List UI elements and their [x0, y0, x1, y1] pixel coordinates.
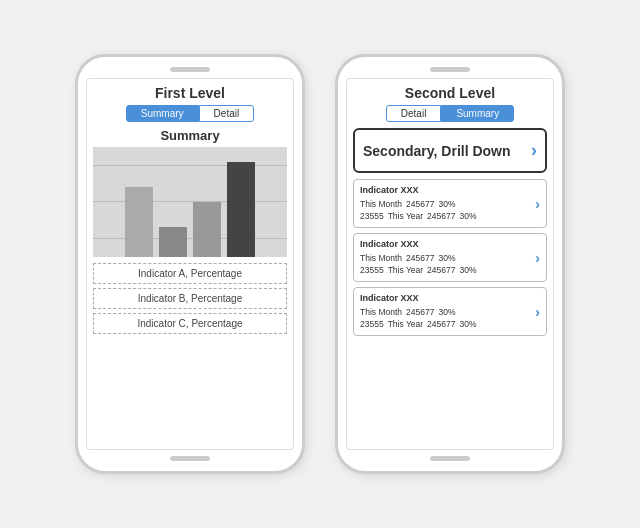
indicators-list: Indicator A, Percentage Indicator B, Per…: [93, 263, 287, 334]
indicator-c[interactable]: Indicator C, Percentage: [93, 313, 287, 334]
label-this-month-3: This Month: [360, 306, 402, 319]
tab-summary-2[interactable]: Summary: [441, 105, 514, 122]
bar-3: [193, 202, 221, 257]
indicator-a[interactable]: Indicator A, Percentage: [93, 263, 287, 284]
indicator-card-1[interactable]: Indicator XXX This Month 245677 30% 2355…: [353, 179, 547, 228]
phone-screen-2: Second Level Detail Summary Secondary, D…: [346, 78, 554, 450]
indicator-card-1-content: Indicator XXX This Month 245677 30% 2355…: [360, 184, 535, 223]
tab-detail-2[interactable]: Detail: [386, 105, 442, 122]
indicator-card-2-chevron-icon: ›: [535, 250, 540, 266]
indicator-card-2-month-row: This Month 245677 30%: [360, 252, 535, 265]
value-this-year-3: 245677: [427, 318, 455, 331]
indicator-card-3-chevron-icon: ›: [535, 304, 540, 320]
phone2-tab-bar: Detail Summary: [347, 105, 553, 122]
label-this-month-2: This Month: [360, 252, 402, 265]
bar-1: [125, 187, 153, 257]
indicator-b[interactable]: Indicator B, Percentage: [93, 288, 287, 309]
pct-this-year-2: 30%: [459, 264, 476, 277]
bar-2: [159, 227, 187, 257]
grid-lines: [93, 147, 287, 257]
year-label-2: 23555: [360, 264, 384, 277]
indicator-card-1-chevron-icon: ›: [535, 196, 540, 212]
grid-line-1: [93, 165, 287, 166]
phone-top-notch: [170, 67, 210, 72]
phone1-title: First Level: [87, 79, 293, 105]
year-label-3: 23555: [360, 318, 384, 331]
value-this-month-2: 245677: [406, 252, 434, 265]
phone-second-level: Second Level Detail Summary Secondary, D…: [335, 54, 565, 474]
bar-chart: [93, 147, 287, 257]
pct-this-month-3: 30%: [438, 306, 455, 319]
drill-down-chevron-icon: ›: [531, 140, 537, 161]
phone1-tab-bar: Summary Detail: [87, 105, 293, 122]
drill-down-button[interactable]: Secondary, Drill Down ›: [353, 128, 547, 173]
grid-line-3: [93, 238, 287, 239]
label-this-year-3: This Year: [388, 318, 423, 331]
value-this-year-2: 245677: [427, 264, 455, 277]
label-this-year-1: This Year: [388, 210, 423, 223]
indicator-card-2[interactable]: Indicator XXX This Month 245677 30% 2355…: [353, 233, 547, 282]
indicator-card-3-content: Indicator XXX This Month 245677 30% 2355…: [360, 292, 535, 331]
phone2-title: Second Level: [347, 79, 553, 105]
indicator-card-1-year-row: 23555 This Year 245677 30%: [360, 210, 535, 223]
value-this-month-1: 245677: [406, 198, 434, 211]
indicator-card-2-year-row: 23555 This Year 245677 30%: [360, 264, 535, 277]
pct-this-year-3: 30%: [459, 318, 476, 331]
phone2-bottom-button: [430, 456, 470, 461]
indicator-card-2-title: Indicator XXX: [360, 238, 535, 252]
indicator-card-1-title: Indicator XXX: [360, 184, 535, 198]
tab-summary[interactable]: Summary: [126, 105, 199, 122]
pct-this-month-2: 30%: [438, 252, 455, 265]
label-this-month-1: This Month: [360, 198, 402, 211]
indicator-card-3[interactable]: Indicator XXX This Month 245677 30% 2355…: [353, 287, 547, 336]
summary-title: Summary: [87, 128, 293, 143]
tab-detail[interactable]: Detail: [199, 105, 255, 122]
grid-line-2: [93, 201, 287, 202]
phone-first-level: First Level Summary Detail Summary Indic…: [75, 54, 305, 474]
phone-bottom-button: [170, 456, 210, 461]
indicator-card-3-year-row: 23555 This Year 245677 30%: [360, 318, 535, 331]
pct-this-month-1: 30%: [438, 198, 455, 211]
value-this-month-3: 245677: [406, 306, 434, 319]
phone-screen-1: First Level Summary Detail Summary Indic…: [86, 78, 294, 450]
year-label-1: 23555: [360, 210, 384, 223]
drill-down-label: Secondary, Drill Down: [363, 143, 511, 159]
label-this-year-2: This Year: [388, 264, 423, 277]
phone2-top-notch: [430, 67, 470, 72]
value-this-year-1: 245677: [427, 210, 455, 223]
indicator-card-1-month-row: This Month 245677 30%: [360, 198, 535, 211]
indicator-card-3-title: Indicator XXX: [360, 292, 535, 306]
indicator-card-3-month-row: This Month 245677 30%: [360, 306, 535, 319]
pct-this-year-1: 30%: [459, 210, 476, 223]
bar-4: [227, 162, 255, 257]
indicator-card-2-content: Indicator XXX This Month 245677 30% 2355…: [360, 238, 535, 277]
